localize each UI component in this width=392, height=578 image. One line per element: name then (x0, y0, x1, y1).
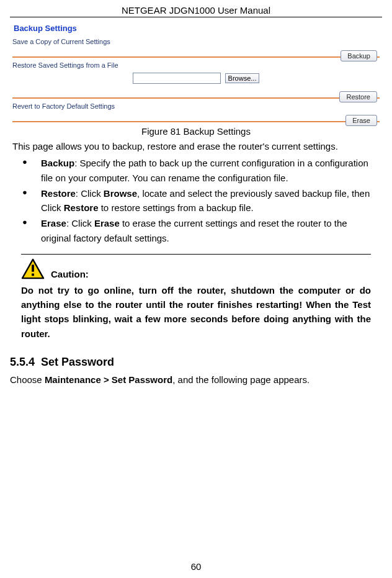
page: NETGEAR JDGN1000 User Manual Backup Sett… (0, 0, 392, 578)
warning-icon (21, 258, 45, 279)
revert-label: Revert to Factory Default Settings (12, 102, 380, 110)
list-item: Backup: Specify the path to back up the … (12, 156, 380, 185)
text: Maintenance > Set Password (45, 374, 172, 385)
erase-button[interactable]: Erase (345, 115, 377, 126)
doc-header-title: NETGEAR JDGN1000 User Manual (10, 5, 382, 17)
file-path-input[interactable] (133, 73, 221, 84)
bullet-list: Backup: Specify the path to back up the … (12, 156, 380, 245)
figure-caption: Figure 81 Backup Settings (10, 126, 382, 137)
caution-box: Caution: Do not try to go online, turn o… (21, 254, 371, 341)
save-copy-label: Save a Copy of Current Settings (12, 38, 380, 45)
backup-settings-screenshot: Backup Settings Save a Copy of Current S… (10, 21, 382, 122)
term: Restore (41, 188, 76, 199)
section-intro: Choose Maintenance > Set Password, and t… (10, 373, 380, 387)
list-item: Restore: Click Browse, locate and select… (12, 186, 380, 215)
backup-button[interactable]: Backup (341, 50, 377, 61)
svg-rect-1 (32, 264, 34, 271)
text: to restore settings from a backup file. (99, 202, 254, 213)
restore-label: Restore Saved Settings from a File (12, 61, 380, 69)
term: Backup (41, 158, 74, 168)
intro-paragraph: This page allows you to backup, restore … (12, 139, 380, 153)
panel-title: Backup Settings (14, 24, 380, 33)
section-title: Set Password (41, 356, 114, 368)
svg-rect-2 (32, 273, 34, 276)
separator (12, 56, 380, 58)
separator (12, 97, 380, 99)
caution-label: Caution: (51, 269, 89, 279)
text: , and the following page appears. (172, 374, 310, 385)
text: Restore (64, 202, 99, 213)
browse-button[interactable]: Browse... (225, 73, 260, 83)
text: : Click (76, 188, 104, 199)
caution-header: Caution: (21, 258, 371, 279)
caution-text: Do not try to go online, turn off the ro… (21, 283, 371, 341)
restore-button[interactable]: Restore (339, 91, 377, 102)
header-rule (10, 17, 382, 17)
term: Erase (41, 218, 66, 228)
text: Erase (94, 218, 120, 228)
text: : Specify the path to back up the curren… (41, 158, 368, 183)
section-heading: 5.5.4Set Password (10, 356, 382, 369)
text: Choose (10, 374, 45, 385)
text: Browse (104, 188, 137, 199)
section-number: 5.5.4 (10, 356, 35, 368)
separator (12, 121, 380, 122)
list-item: Erase: Click Erase to erase the current … (12, 216, 380, 245)
page-number: 60 (10, 561, 382, 572)
text: : Click (66, 218, 94, 228)
